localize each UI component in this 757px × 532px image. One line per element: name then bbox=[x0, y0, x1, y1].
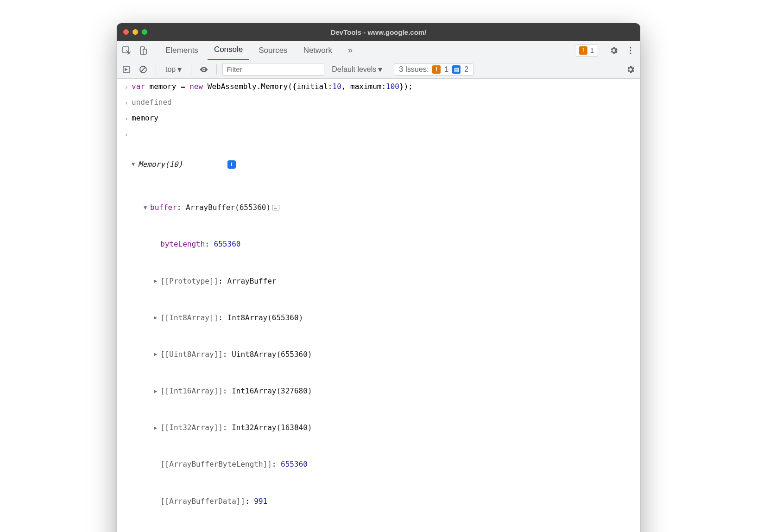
tree-node-buffer[interactable]: buffer: ArrayBuffer(655360) bbox=[132, 201, 636, 214]
svg-point-5 bbox=[630, 52, 631, 54]
svg-rect-2 bbox=[143, 49, 146, 54]
panel-tabbar: Elements Console Sources Network » ! 1 bbox=[117, 41, 640, 60]
kebab-menu-icon[interactable] bbox=[623, 43, 638, 58]
output-chevron-icon: ‹ bbox=[121, 96, 132, 108]
memory-inspector-icon[interactable] bbox=[272, 205, 279, 210]
expand-arrow-icon[interactable] bbox=[132, 159, 138, 169]
console-body: › var memory = new WebAssembly.Memory({i… bbox=[117, 79, 640, 532]
divider bbox=[388, 64, 388, 75]
input-chevron-icon: › bbox=[121, 112, 132, 124]
traffic-lights bbox=[123, 29, 147, 35]
window-title: DevTools - www.google.com/ bbox=[117, 28, 640, 36]
console-input-text: var memory = new WebAssembly.Memory({ini… bbox=[132, 81, 636, 93]
tab-elements[interactable]: Elements bbox=[159, 41, 205, 60]
tree-node-uint8array[interactable]: [[Uint8Array]]: Uint8Array(655360) bbox=[132, 348, 636, 361]
console-input-row: › var memory = new WebAssembly.Memory({i… bbox=[117, 79, 640, 95]
console-input-text: memory bbox=[132, 112, 636, 124]
toggle-sidebar-icon[interactable] bbox=[120, 63, 133, 76]
prop-value: ArrayBuffer(655360) bbox=[186, 201, 271, 214]
console-input-row: › memory bbox=[117, 110, 640, 126]
issues-label: 3 Issues: bbox=[399, 65, 429, 74]
filter-input[interactable] bbox=[222, 63, 324, 76]
chevron-down-icon: ▾ bbox=[378, 64, 382, 75]
prop-key: [[Int32Array]] bbox=[160, 421, 223, 434]
inspect-element-icon[interactable] bbox=[119, 43, 134, 58]
expand-arrow-icon[interactable] bbox=[154, 423, 160, 433]
console-toolbar: top ▾ Default levels ▾ 3 Issues: ! 1 ▤ 2 bbox=[117, 60, 640, 79]
expand-arrow-icon[interactable] bbox=[154, 386, 160, 396]
tree-node-int8array[interactable]: [[Int8Array]]: Int8Array(655360) bbox=[132, 311, 636, 324]
zoom-button[interactable] bbox=[142, 29, 147, 35]
expand-arrow-icon[interactable] bbox=[144, 203, 150, 213]
prop-key: [[Int8Array]] bbox=[160, 311, 218, 324]
svg-point-4 bbox=[630, 50, 631, 51]
divider bbox=[191, 64, 191, 75]
context-label: top bbox=[165, 65, 176, 74]
svg-point-3 bbox=[630, 47, 631, 48]
tree-node-prototype[interactable]: [[Prototype]]: ArrayBuffer bbox=[132, 275, 636, 288]
warning-count: 1 bbox=[590, 46, 594, 54]
info-icon[interactable]: i bbox=[227, 160, 236, 169]
prop-value: Int32Array(163840) bbox=[232, 421, 312, 434]
clear-console-icon[interactable] bbox=[136, 63, 150, 76]
panel-tabs: Elements Console Sources Network » bbox=[159, 41, 359, 60]
titlebar: DevTools - www.google.com/ bbox=[117, 23, 640, 41]
prop-value: Uint8Array(655360) bbox=[232, 348, 312, 361]
console-output-row: ‹ Memory(10) i buffer: ArrayBuffer(65536… bbox=[117, 126, 640, 532]
prop-key: buffer bbox=[150, 201, 177, 214]
tab-more-icon[interactable]: » bbox=[341, 41, 359, 60]
tree-node-arraybufferdata: [[ArrayBufferData]]: 991 bbox=[132, 495, 636, 508]
divider bbox=[155, 45, 155, 56]
minimize-button[interactable] bbox=[132, 29, 138, 35]
context-selector[interactable]: top ▾ bbox=[162, 63, 185, 76]
output-chevron-icon: ‹ bbox=[121, 128, 132, 139]
settings-icon[interactable] bbox=[606, 43, 622, 58]
divider bbox=[216, 64, 217, 75]
prop-value: 991 bbox=[254, 495, 267, 508]
tree-node-memory[interactable]: Memory(10) i bbox=[132, 152, 636, 177]
warnings-badge[interactable]: ! 1 bbox=[575, 44, 598, 57]
prop-key: [[Int16Array]] bbox=[160, 385, 223, 398]
console-output-text: undefined bbox=[132, 96, 636, 108]
issues-warn-count: 1 bbox=[444, 65, 448, 74]
input-chevron-icon: › bbox=[121, 81, 132, 92]
issues-button[interactable]: 3 Issues: ! 1 ▤ 2 bbox=[394, 63, 473, 76]
prop-key: [[Prototype]] bbox=[160, 275, 218, 288]
prop-key: [[Uint8Array]] bbox=[160, 348, 223, 361]
issues-msg-count: 2 bbox=[464, 65, 468, 74]
expand-arrow-icon[interactable] bbox=[154, 313, 160, 323]
tree-node-int32array[interactable]: [[Int32Array]]: Int32Array(163840) bbox=[132, 421, 636, 434]
prop-value: 655360 bbox=[214, 238, 241, 251]
prop-value: Int8Array(655360) bbox=[227, 311, 303, 324]
log-levels-selector[interactable]: Default levels ▾ bbox=[332, 64, 382, 75]
warning-icon: ! bbox=[579, 46, 587, 55]
prop-value: 655360 bbox=[281, 458, 308, 471]
tab-console[interactable]: Console bbox=[208, 41, 249, 60]
tree-node-arraybufferbytelength: [[ArrayBufferByteLength]]: 655360 bbox=[132, 458, 636, 471]
tree-node-int16array[interactable]: [[Int16Array]]: Int16Array(327680) bbox=[132, 385, 636, 398]
message-icon: ▤ bbox=[452, 65, 461, 74]
prop-value: ArrayBuffer bbox=[227, 275, 277, 288]
prop-key: [[ArrayBufferByteLength]] bbox=[160, 458, 272, 471]
close-button[interactable] bbox=[123, 29, 129, 35]
expand-arrow-icon[interactable] bbox=[154, 349, 160, 359]
console-output-row: ‹ undefined bbox=[117, 95, 640, 111]
prop-key: [[ArrayBufferData]] bbox=[160, 495, 245, 508]
expand-arrow-icon[interactable] bbox=[154, 276, 160, 286]
devtools-window: DevTools - www.google.com/ Elements Cons… bbox=[117, 23, 640, 532]
live-expression-icon[interactable] bbox=[197, 63, 211, 76]
prop-value: Int16Array(327680) bbox=[232, 385, 312, 398]
prop-key: byteLength bbox=[160, 238, 205, 251]
divider bbox=[602, 45, 602, 56]
tab-network[interactable]: Network bbox=[297, 41, 339, 60]
tree-node-bytelength: byteLength: 655360 bbox=[132, 238, 636, 251]
console-settings-icon[interactable] bbox=[624, 63, 637, 76]
object-tree: Memory(10) i buffer: ArrayBuffer(655360)… bbox=[132, 128, 636, 532]
levels-label: Default levels bbox=[332, 65, 376, 74]
chevron-down-icon: ▾ bbox=[177, 64, 182, 75]
warning-icon: ! bbox=[432, 65, 441, 74]
divider bbox=[156, 64, 156, 75]
device-toggle-icon[interactable] bbox=[135, 43, 151, 58]
tab-sources[interactable]: Sources bbox=[252, 41, 294, 60]
object-label: Memory(10) bbox=[138, 158, 183, 171]
